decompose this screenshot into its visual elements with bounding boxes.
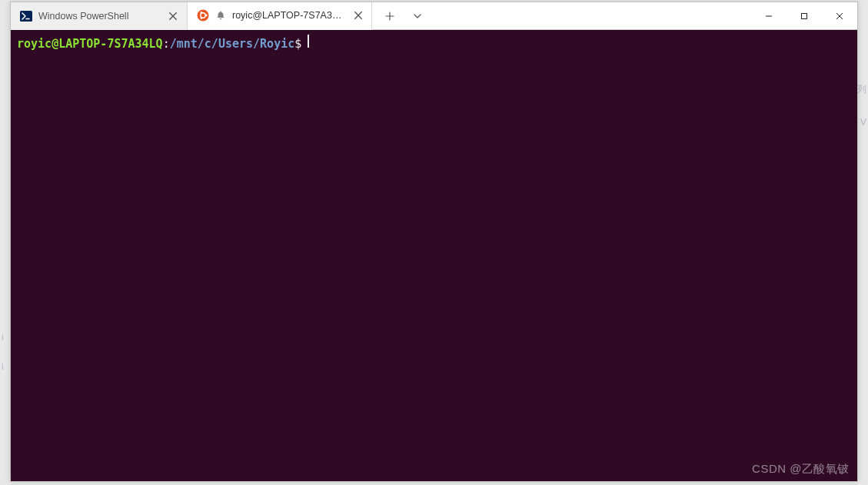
tab-label: Windows PowerShell xyxy=(38,11,161,22)
titlebar-drag-region[interactable] xyxy=(431,2,751,29)
terminal-viewport[interactable]: royic@LAPTOP-7S7A34LQ:/mnt/c/Users/Royic… xyxy=(11,30,857,481)
svg-rect-0 xyxy=(20,11,32,22)
new-tab-button[interactable] xyxy=(377,3,403,29)
titlebar-actions xyxy=(372,2,431,29)
tab-ubuntu[interactable]: royic@LAPTOP-7S7A34LQ: / xyxy=(188,2,372,30)
titlebar[interactable]: Windows PowerShell xyxy=(11,2,857,30)
svg-point-4 xyxy=(205,15,208,17)
maximize-button[interactable] xyxy=(787,2,822,29)
prompt-user-host: royic@LAPTOP-7S7A34LQ xyxy=(17,36,163,51)
tab-powershell[interactable]: Windows PowerShell xyxy=(11,2,188,30)
close-button[interactable] xyxy=(822,2,857,29)
bell-icon xyxy=(215,10,226,21)
text-cursor xyxy=(308,35,309,48)
tab-label: royic@LAPTOP-7S7A34LQ: / xyxy=(232,10,347,21)
svg-point-6 xyxy=(201,17,203,19)
tab-close-button[interactable] xyxy=(353,9,364,22)
ubuntu-icon xyxy=(197,9,209,22)
svg-point-5 xyxy=(201,12,203,14)
minimize-button[interactable] xyxy=(751,2,787,29)
prompt-separator: : xyxy=(163,36,170,51)
tab-strip: Windows PowerShell xyxy=(11,2,372,29)
tab-dropdown-button[interactable] xyxy=(404,3,431,29)
window-controls xyxy=(751,2,857,29)
prompt-symbol: $ xyxy=(294,36,301,51)
prompt-line: royic@LAPTOP-7S7A34LQ:/mnt/c/Users/Royic… xyxy=(17,35,851,51)
tab-close-button[interactable] xyxy=(167,10,179,22)
prompt-path: /mnt/c/Users/Royic xyxy=(170,36,295,51)
terminal-window: Windows PowerShell xyxy=(10,2,858,482)
powershell-icon xyxy=(20,10,32,22)
svg-rect-8 xyxy=(802,13,807,18)
